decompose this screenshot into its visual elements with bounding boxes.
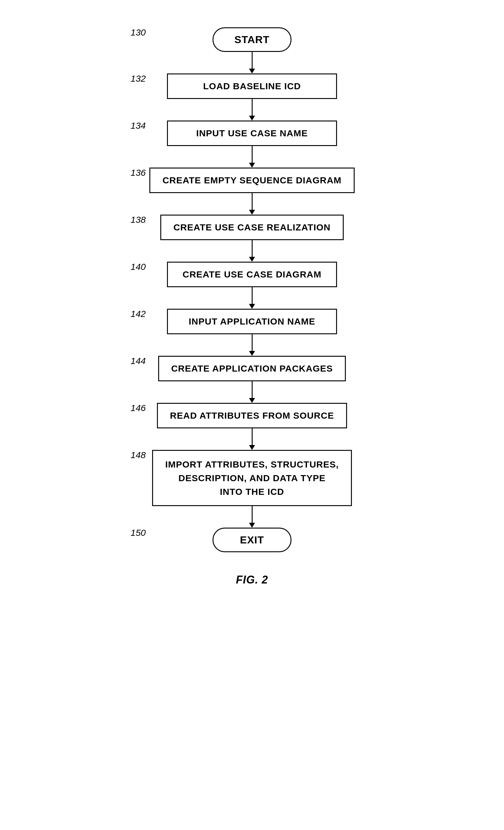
arrow-7 xyxy=(249,334,255,356)
ref-132: 132 xyxy=(131,73,146,84)
ref-138: 138 xyxy=(131,215,146,225)
input-application-name-process: INPUT APPLICATION NAME xyxy=(167,309,337,334)
node-wrapper-load-baseline: 132 LOAD BASELINE ICD xyxy=(115,73,389,99)
node-wrapper-start: 130 START xyxy=(115,27,389,52)
ref-130: 130 xyxy=(131,27,146,38)
import-attributes-process: IMPORT ATTRIBUTES, STRUCTURES,DESCRIPTIO… xyxy=(152,450,352,506)
node-wrapper-exit: 150 EXIT xyxy=(115,528,389,552)
figure-caption: FIG. 2 xyxy=(236,573,268,586)
arrow-10 xyxy=(249,506,255,528)
arrow-4 xyxy=(249,193,255,215)
node-wrapper-input-use-case-name: 134 INPUT USE CASE NAME xyxy=(115,121,389,146)
start-terminal: START xyxy=(213,27,291,52)
ref-136: 136 xyxy=(131,167,146,178)
arrow-8 xyxy=(249,381,255,403)
create-use-case-diagram-process: CREATE USE CASE DIAGRAM xyxy=(167,262,337,287)
create-empty-sequence-process: CREATE EMPTY SEQUENCE DIAGRAM xyxy=(149,167,355,193)
load-baseline-process: LOAD BASELINE ICD xyxy=(167,73,337,99)
create-application-packages-process: CREATE APPLICATION PACKAGES xyxy=(158,356,346,381)
ref-144: 144 xyxy=(131,356,146,366)
arrow-9 xyxy=(249,428,255,450)
ref-146: 146 xyxy=(131,403,146,413)
arrow-2 xyxy=(249,99,255,121)
arrow-5 xyxy=(249,240,255,262)
exit-terminal: EXIT xyxy=(213,528,291,552)
ref-150: 150 xyxy=(131,528,146,538)
arrow-6 xyxy=(249,287,255,309)
read-attributes-process: READ ATTRIBUTES FROM SOURCE xyxy=(157,403,347,428)
arrow-3 xyxy=(249,146,255,167)
node-wrapper-import-attributes: 148 IMPORT ATTRIBUTES, STRUCTURES,DESCRI… xyxy=(115,450,389,506)
ref-142: 142 xyxy=(131,309,146,319)
create-use-case-realization-process: CREATE USE CASE REALIZATION xyxy=(160,215,344,240)
ref-148: 148 xyxy=(131,450,146,460)
node-wrapper-create-use-case-diagram: 140 CREATE USE CASE DIAGRAM xyxy=(115,262,389,287)
node-wrapper-input-application-name: 142 INPUT APPLICATION NAME xyxy=(115,309,389,334)
node-wrapper-create-application-packages: 144 CREATE APPLICATION PACKAGES xyxy=(115,356,389,381)
node-wrapper-read-attributes: 146 READ ATTRIBUTES FROM SOURCE xyxy=(115,403,389,428)
ref-140: 140 xyxy=(131,262,146,272)
ref-134: 134 xyxy=(131,121,146,131)
input-use-case-name-process: INPUT USE CASE NAME xyxy=(167,121,337,146)
arrow-1 xyxy=(249,52,255,73)
flowchart-diagram: 130 START 132 LOAD BASELINE ICD 134 INPU… xyxy=(115,18,389,586)
node-wrapper-create-use-case-realization: 138 CREATE USE CASE REALIZATION xyxy=(115,215,389,240)
node-wrapper-create-empty-sequence: 136 CREATE EMPTY SEQUENCE DIAGRAM xyxy=(115,167,389,193)
